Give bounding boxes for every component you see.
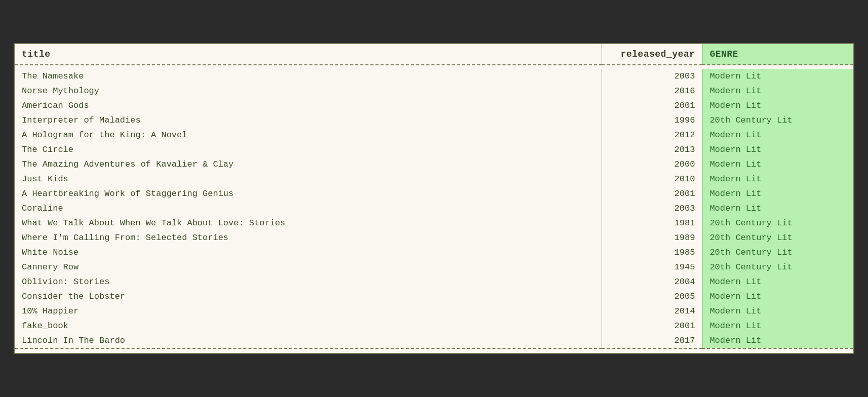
cell-title: Where I'm Calling From: Selected Stories [15, 230, 602, 245]
table-row: Interpreter of Maladies199620th Century … [15, 113, 853, 128]
cell-title: Cannery Row [15, 260, 602, 274]
cell-year: 2005 [602, 289, 702, 304]
cell-year: 2001 [602, 98, 702, 113]
cell-year: 2004 [602, 274, 702, 289]
cell-genre: Modern Lit [702, 157, 853, 172]
cell-year: 2013 [602, 142, 702, 157]
column-header-year: released_year [602, 44, 702, 65]
cell-title: Just Kids [15, 172, 602, 186]
cell-title: Oblivion: Stories [15, 274, 602, 289]
cell-title: Interpreter of Maladies [15, 113, 602, 128]
table-row: White Noise198520th Century Lit [15, 245, 853, 260]
cell-title: Norse Mythology [15, 84, 602, 98]
cell-genre: 20th Century Lit [702, 216, 853, 230]
cell-year: 2000 [602, 157, 702, 172]
cell-genre: Modern Lit [702, 304, 853, 319]
cell-genre: 20th Century Lit [702, 245, 853, 260]
table-row: Where I'm Calling From: Selected Stories… [15, 230, 853, 245]
cell-year: 2010 [602, 172, 702, 186]
cell-title: White Noise [15, 245, 602, 260]
cell-year: 2017 [602, 333, 702, 348]
cell-title: What We Talk About When We Talk About Lo… [15, 216, 602, 230]
table-row: Cannery Row194520th Century Lit [15, 260, 853, 274]
cell-genre: Modern Lit [702, 142, 853, 157]
table-row: Lincoln In The Bardo2017Modern Lit [15, 333, 853, 348]
cell-genre: Modern Lit [702, 69, 853, 84]
cell-year: 2012 [602, 128, 702, 142]
cell-title: Consider the Lobster [15, 289, 602, 304]
column-header-genre: GENRE [702, 44, 853, 65]
cell-year: 1981 [602, 216, 702, 230]
cell-title: Coraline [15, 201, 602, 216]
cell-genre: Modern Lit [702, 201, 853, 216]
cell-year: 2003 [602, 201, 702, 216]
table-row: The Amazing Adventures of Kavalier & Cla… [15, 157, 853, 172]
cell-genre: Modern Lit [702, 172, 853, 186]
table-row: 10% Happier2014Modern Lit [15, 304, 853, 319]
cell-genre: 20th Century Lit [702, 260, 853, 274]
cell-title: fake_book [15, 319, 602, 333]
cell-year: 1985 [602, 245, 702, 260]
cell-year: 1989 [602, 230, 702, 245]
cell-genre: 20th Century Lit [702, 113, 853, 128]
cell-genre: Modern Lit [702, 186, 853, 201]
cell-genre: Modern Lit [702, 98, 853, 113]
table-row: American Gods2001Modern Lit [15, 98, 853, 113]
table-row: Just Kids2010Modern Lit [15, 172, 853, 186]
cell-genre: 20th Century Lit [702, 230, 853, 245]
cell-year: 1996 [602, 113, 702, 128]
table-row: Norse Mythology2016Modern Lit [15, 84, 853, 98]
cell-year: 2014 [602, 304, 702, 319]
cell-title: The Amazing Adventures of Kavalier & Cla… [15, 157, 602, 172]
table-row: Coraline2003Modern Lit [15, 201, 853, 216]
table-row: The Namesake2003Modern Lit [15, 69, 853, 84]
cell-title: The Namesake [15, 69, 602, 84]
database-table: title released_year GENRE The Namesake20… [14, 43, 854, 354]
cell-genre: Modern Lit [702, 319, 853, 333]
table-row: The Circle2013Modern Lit [15, 142, 853, 157]
cell-title: The Circle [15, 142, 602, 157]
cell-genre: Modern Lit [702, 274, 853, 289]
cell-title: American Gods [15, 98, 602, 113]
cell-genre: Modern Lit [702, 84, 853, 98]
table-row: Oblivion: Stories2004Modern Lit [15, 274, 853, 289]
cell-title: A Hologram for the King: A Novel [15, 128, 602, 142]
cell-genre: Modern Lit [702, 289, 853, 304]
cell-genre: Modern Lit [702, 333, 853, 348]
table-row: What We Talk About When We Talk About Lo… [15, 216, 853, 230]
cell-year: 2001 [602, 319, 702, 333]
cell-title: A Heartbreaking Work of Staggering Geniu… [15, 186, 602, 201]
column-header-title: title [15, 44, 602, 65]
table-row: fake_book2001Modern Lit [15, 319, 853, 333]
cell-genre: Modern Lit [702, 128, 853, 142]
table-row: A Hologram for the King: A Novel2012Mode… [15, 128, 853, 142]
cell-year: 1945 [602, 260, 702, 274]
cell-year: 2003 [602, 69, 702, 84]
table-row: A Heartbreaking Work of Staggering Geniu… [15, 186, 853, 201]
cell-title: 10% Happier [15, 304, 602, 319]
cell-year: 2016 [602, 84, 702, 98]
table-row: Consider the Lobster2005Modern Lit [15, 289, 853, 304]
cell-title: Lincoln In The Bardo [15, 333, 602, 348]
cell-year: 2001 [602, 186, 702, 201]
